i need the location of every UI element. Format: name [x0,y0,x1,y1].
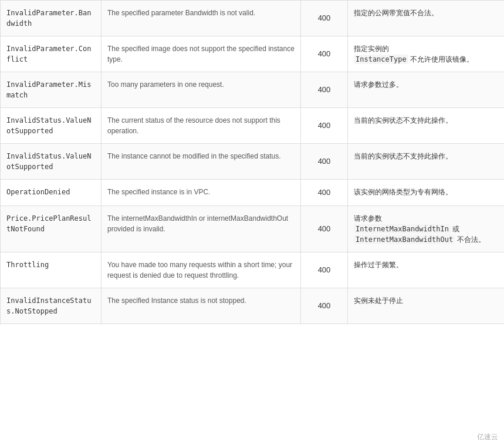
error-code-cell: InvalidParameter.Mismatch [1,72,102,108]
cn-description-cell: 操作过于频繁。 [348,252,505,288]
error-code-cell: InvalidStatus.ValueNotSupported [1,144,102,180]
cn-description-cell: 请求参数过多。 [348,72,505,108]
description-cell: The current status of the resource does … [102,108,301,144]
http-code-cell: 400 [301,72,348,108]
table-row: InvalidStatus.ValueNotSupportedThe curre… [1,108,505,144]
error-code-cell: Throttling [1,252,102,288]
cn-description-cell: 指定的公网带宽值不合法。 [348,1,505,36]
cn-description-cell: 当前的实例状态不支持此操作。 [348,108,505,144]
description-cell: The instance cannot be modified in the s… [102,144,301,180]
table-row: ThrottlingYou have made too many request… [1,252,505,288]
description-cell: The specified Instance status is not sto… [102,288,301,324]
cn-description-cell: 该实例的网络类型为专有网络。 [348,180,505,206]
http-code-cell: 400 [301,288,348,324]
cn-description-cell: 实例未处于停止 [348,288,505,324]
table-row: InvalidParameter.MismatchToo many parame… [1,72,505,108]
error-code-cell: OperationDenied [1,180,102,206]
http-code-cell: 400 [301,144,348,180]
table-row: Price.PricePlanResultNotFoundThe interne… [1,206,505,252]
table-row: InvalidStatus.ValueNotSupportedThe insta… [1,144,505,180]
cn-description-cell: 请求参数InternetMaxBandwidthIn 或InternetMaxB… [348,206,505,252]
table-row: InvalidParameter.ConflictThe specified i… [1,36,505,72]
error-code-cell: Price.PricePlanResultNotFound [1,206,102,252]
cn-description-cell: 当前的实例状态不支持此操作。 [348,144,505,180]
http-code-cell: 400 [301,180,348,206]
error-table: InvalidParameter.BandwidthThe specified … [0,0,504,324]
description-cell: Too many parameters in one request. [102,72,301,108]
http-code-cell: 400 [301,36,348,72]
error-code-cell: InvalidInstanceStatus.NotStopped [1,288,102,324]
description-cell: The specified parameter Bandwidth is not… [102,1,301,36]
description-cell: The internetMaxBandwidthIn or internetMa… [102,206,301,252]
error-code-cell: InvalidParameter.Bandwidth [1,1,102,36]
http-code-cell: 400 [301,108,348,144]
http-code-cell: 400 [301,1,348,36]
description-cell: You have made too many requests within a… [102,252,301,288]
http-code-cell: 400 [301,252,348,288]
error-code-cell: InvalidStatus.ValueNotSupported [1,108,102,144]
description-cell: The specified instance is in VPC. [102,180,301,206]
cn-description-cell: 指定实例的InstanceType 不允许使用该镜像。 [348,36,505,72]
table-row: InvalidParameter.BandwidthThe specified … [1,1,505,36]
table-row: OperationDeniedThe specified instance is… [1,180,505,206]
table-row: InvalidInstanceStatus.NotStoppedThe spec… [1,288,505,324]
http-code-cell: 400 [301,206,348,252]
description-cell: The specified image does not support the… [102,36,301,72]
error-code-cell: InvalidParameter.Conflict [1,36,102,72]
error-table-wrapper: InvalidParameter.BandwidthThe specified … [0,0,504,324]
